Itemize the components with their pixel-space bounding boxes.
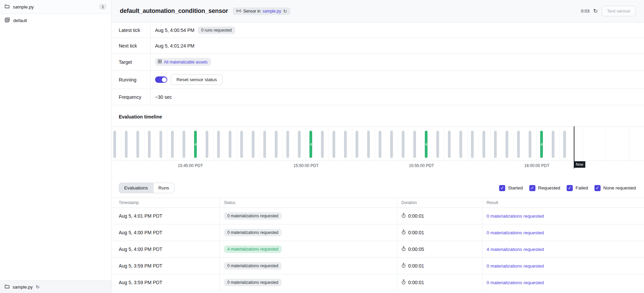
timeline-tick-bar-success[interactable]: 4 — [425, 131, 428, 158]
timeline-tick-bar[interactable] — [217, 131, 220, 158]
timestamp-cell[interactable]: Aug 5, 4:01 PM PDT — [112, 208, 220, 224]
sidebar-item-sample-py[interactable]: sample.py 1 — [0, 0, 111, 14]
timeline-tick-bar[interactable] — [506, 131, 508, 158]
timeline-tick-bar[interactable] — [448, 131, 451, 158]
timestamp-cell[interactable]: Aug 5, 3:59 PM PDT — [112, 258, 220, 274]
detail-row-target: Target All materializable assets — [112, 54, 644, 71]
timeline-tick-bar[interactable] — [517, 131, 520, 158]
test-sensor-button[interactable]: Test sensor — [602, 6, 636, 16]
column-header-label: Duration — [401, 200, 417, 205]
checkbox-checked-icon[interactable]: ✓ — [529, 185, 535, 191]
timeline-tick-bar[interactable] — [125, 131, 128, 158]
table-row: Aug 5, 4:00 PM PDT4 materializations req… — [112, 241, 644, 258]
timeline-tick-bar[interactable] — [298, 131, 301, 158]
filter-none-requested[interactable]: ✓None requested — [594, 185, 636, 191]
tab-evaluations[interactable]: Evaluations — [119, 183, 153, 193]
timeline-tick-bar[interactable] — [183, 131, 185, 158]
target-assets-chip[interactable]: All materializable assets — [155, 58, 211, 66]
sensor-location-chip: Sensor in sample.py ↻ — [233, 7, 290, 15]
result-cell: 0 materializations requested — [482, 208, 644, 224]
timestamp-value: Aug 5, 3:59 PM PDT — [119, 280, 162, 285]
status-badge: 4 materializations requested — [224, 245, 282, 253]
timeline-tick-bar-success[interactable]: 4 — [540, 131, 543, 158]
filter-failed[interactable]: ✓Failed — [567, 185, 588, 191]
timeline-tick-bar[interactable] — [240, 131, 243, 158]
filter-label: Started — [508, 185, 523, 190]
timestamp-value: Aug 5, 4:00 PM PDT — [119, 246, 162, 252]
timeline-tick-bar-success[interactable]: 4 — [309, 131, 312, 158]
timeline-tick-bar-success[interactable]: 4 — [194, 131, 197, 158]
timeline-tick-bar[interactable] — [333, 131, 335, 158]
checkbox-checked-icon[interactable]: ✓ — [499, 185, 505, 191]
timeline-tick-bar[interactable] — [159, 131, 162, 158]
timeline-tick-bar[interactable] — [529, 131, 531, 158]
timeline-tick-bar[interactable] — [563, 131, 566, 158]
stopwatch-icon — [401, 263, 406, 269]
filter-requested[interactable]: ✓Requested — [529, 185, 560, 191]
timeline-tick-bar[interactable] — [379, 131, 381, 158]
result-link[interactable]: 0 materializations requested — [487, 263, 544, 269]
timeline-tick-bar[interactable] — [113, 131, 116, 158]
sidebar-item-default[interactable]: default — [0, 14, 111, 26]
timestamp-cell[interactable]: Aug 5, 4:00 PM PDT — [112, 241, 220, 257]
reload-icon[interactable]: ↻ — [36, 285, 40, 289]
timestamp-cell[interactable]: Aug 5, 4:00 PM PDT — [112, 224, 220, 241]
timeline-tick-bar[interactable] — [402, 131, 404, 158]
now-marker-tooltip: Now — [574, 161, 585, 168]
detail-row-next-tick: Next tick Aug 5, 4:01:24 PM — [112, 38, 644, 54]
timeline-tick-bar[interactable] — [286, 131, 289, 158]
filter-checkboxes: ✓Started✓Requested✓Failed✓None requested — [499, 185, 636, 191]
refresh-icon[interactable]: ↻ — [593, 8, 598, 14]
status-badge: 0 materializations requested — [224, 262, 282, 270]
timeline-tick-bar[interactable] — [356, 131, 358, 158]
timeline-tick-bar[interactable] — [344, 131, 347, 158]
tab-runs[interactable]: Runs — [153, 183, 174, 193]
stopwatch-icon — [401, 246, 406, 252]
timeline-tick-bar[interactable] — [252, 131, 254, 158]
timeline-tick-bar[interactable] — [229, 131, 231, 158]
detail-row-frequency: Frequency ~30 sec — [112, 89, 644, 105]
result-link[interactable]: 0 materializations requested — [487, 280, 544, 285]
result-link[interactable]: 4 materializations requested — [487, 247, 544, 252]
detail-label: Running — [112, 71, 151, 89]
column-header-label: Status — [224, 200, 235, 205]
timeline-tick-bar[interactable] — [171, 131, 174, 158]
checkbox-checked-icon[interactable]: ✓ — [594, 185, 601, 191]
timestamp-cell[interactable]: Aug 5, 3:59 PM PDT — [112, 274, 220, 291]
stopwatch-icon — [401, 230, 406, 236]
status-badge: 0 materializations requested — [224, 212, 282, 220]
timeline-tick-bar[interactable] — [206, 131, 208, 158]
timeline-chart: 4444 15:45:00 PDT15:50:00 PDT15:55:00 PD… — [112, 126, 644, 171]
timeline-tick-bar[interactable] — [436, 131, 439, 158]
checkbox-checked-icon[interactable]: ✓ — [567, 185, 573, 191]
timeline-tick-bar[interactable] — [390, 131, 393, 158]
timeline-tick-bar[interactable] — [482, 131, 485, 158]
reload-icon[interactable]: ↻ — [283, 9, 287, 14]
timeline-tick-bar[interactable] — [321, 131, 324, 158]
table-row: Aug 5, 3:59 PM PDT0 materializations req… — [112, 274, 644, 291]
timeline-tick-bar[interactable] — [459, 131, 462, 158]
timeline-tick-bar[interactable] — [367, 131, 370, 158]
timeline-gridline — [583, 127, 583, 161]
timeline-gridline — [121, 127, 121, 161]
result-link[interactable]: 0 materializations requested — [487, 214, 544, 219]
timeline-tick-bar[interactable] — [494, 131, 497, 158]
timeline-tick-bar[interactable] — [136, 131, 139, 158]
duration-cell: 0:00:01 — [397, 258, 482, 274]
timeline-tick-bar[interactable] — [471, 131, 474, 158]
timeline-tick-bar[interactable] — [148, 131, 151, 158]
timeline-gridline — [444, 127, 444, 161]
detail-label: Latest tick — [112, 22, 151, 38]
timeline-tick-bar[interactable] — [552, 131, 554, 158]
timeline-tick-bar[interactable] — [263, 131, 266, 158]
running-toggle[interactable] — [155, 76, 167, 83]
sensor-chip-file-link[interactable]: sample.py — [263, 9, 281, 14]
timeline-tick-bar[interactable] — [413, 131, 416, 158]
filter-started[interactable]: ✓Started — [499, 185, 523, 191]
timeline-tick-bar[interactable] — [275, 131, 278, 158]
filter-label: None requested — [603, 185, 636, 190]
result-link[interactable]: 0 materializations requested — [487, 230, 544, 235]
reset-sensor-status-button[interactable]: Reset sensor status — [171, 74, 223, 85]
view-tabs: Evaluations Runs — [119, 183, 174, 193]
detail-row-running: Running Reset sensor status — [112, 71, 644, 89]
